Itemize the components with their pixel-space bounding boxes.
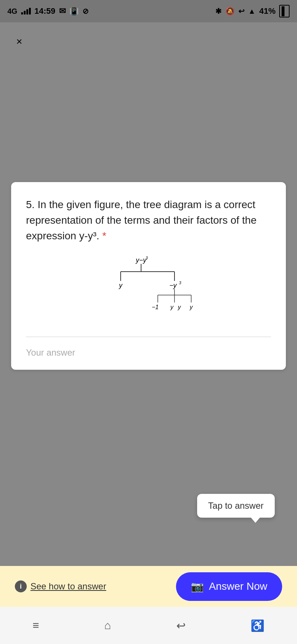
answer-now-button[interactable]: 📷 Answer Now [176, 572, 282, 601]
answer-placeholder: Your answer [26, 347, 75, 357]
home-icon[interactable]: ⌂ [104, 619, 111, 632]
question-number: 5. [26, 199, 35, 210]
battery-text: 41% [259, 6, 275, 16]
bar1 [21, 12, 23, 14]
call-icon: ↩ [238, 7, 245, 16]
navigation-bar: ≡ ⌂ ↩ ♿ [0, 607, 297, 644]
middle-gray-area [0, 370, 297, 511]
time-display: 14:59 [35, 6, 55, 16]
required-star: * [102, 230, 106, 242]
top-gray-area: × [0, 22, 297, 182]
svg-text:y: y [177, 304, 181, 310]
see-how-link[interactable]: i See how to answer [15, 580, 106, 592]
bar4 [29, 8, 31, 14]
answer-now-label: Answer Now [209, 580, 267, 592]
svg-text:−1: −1 [152, 304, 159, 310]
svg-text:3: 3 [179, 281, 182, 285]
battery-icon: ▌ [279, 5, 290, 17]
answer-area[interactable]: Your answer [26, 337, 271, 370]
tree-diagram: y−y 3 y −y 3 −1 y [100, 255, 197, 322]
accessibility-icon[interactable]: ♿ [251, 619, 264, 632]
svg-text:3: 3 [146, 256, 148, 260]
status-left: 4G 14:59 ✉ 📳 ⊘ [7, 6, 89, 16]
info-icon: i [15, 580, 27, 592]
see-how-label: See how to answer [30, 581, 106, 592]
tree-diagram-svg: y−y 3 y −y 3 −1 y [100, 255, 197, 322]
svg-text:y: y [170, 304, 174, 310]
question-body: In the given figure, the tree diagram is… [26, 199, 257, 242]
tap-to-answer-button[interactable]: Tap to answer [197, 494, 275, 518]
close-icon: × [16, 36, 22, 48]
back-icon[interactable]: ↩ [176, 619, 186, 632]
svg-text:y−y: y−y [135, 256, 147, 264]
signal-bars [21, 8, 31, 14]
question-card: 5. In the given figure, the tree diagram… [11, 182, 286, 370]
svg-text:y: y [118, 282, 123, 289]
close-button[interactable]: × [11, 33, 27, 50]
question-text: 5. In the given figure, the tree diagram… [26, 197, 271, 244]
bottom-action-bar: i See how to answer 📷 Answer Now [0, 566, 297, 607]
tap-to-answer-container: Tap to answer [197, 494, 275, 518]
svg-text:y: y [189, 304, 193, 310]
bar2 [24, 11, 26, 14]
wifi-icon: ▲ [248, 7, 256, 16]
svg-text:−y: −y [169, 282, 177, 289]
bar3 [26, 9, 28, 14]
status-right: ✱ 🔕 ↩ ▲ 41% ▌ [215, 5, 290, 17]
no-notif-icon: 🔕 [225, 7, 235, 16]
menu-icon[interactable]: ≡ [33, 619, 39, 632]
signal-strength: 4G [7, 7, 17, 16]
email-icon: ✉ [59, 6, 66, 16]
bluetooth-icon: ✱ [215, 7, 222, 16]
dnd-icon: ⊘ [82, 7, 89, 16]
status-bar: 4G 14:59 ✉ 📳 ⊘ ✱ 🔕 ↩ ▲ 41% ▌ [0, 0, 297, 22]
vibrate-icon: 📳 [69, 7, 79, 16]
camera-icon: 📷 [191, 580, 204, 593]
